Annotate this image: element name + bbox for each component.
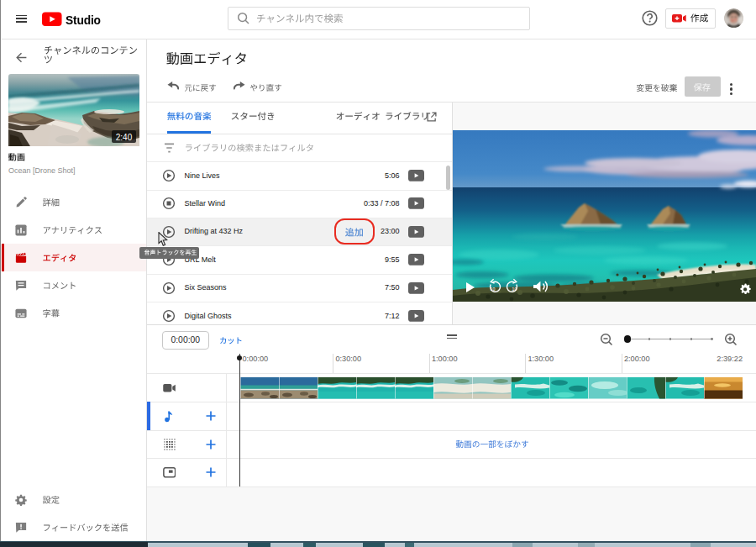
svg-text:2:40: 2:40 <box>116 133 133 142</box>
svg-text:10: 10 <box>491 287 496 292</box>
svg-text:10: 10 <box>512 287 517 292</box>
